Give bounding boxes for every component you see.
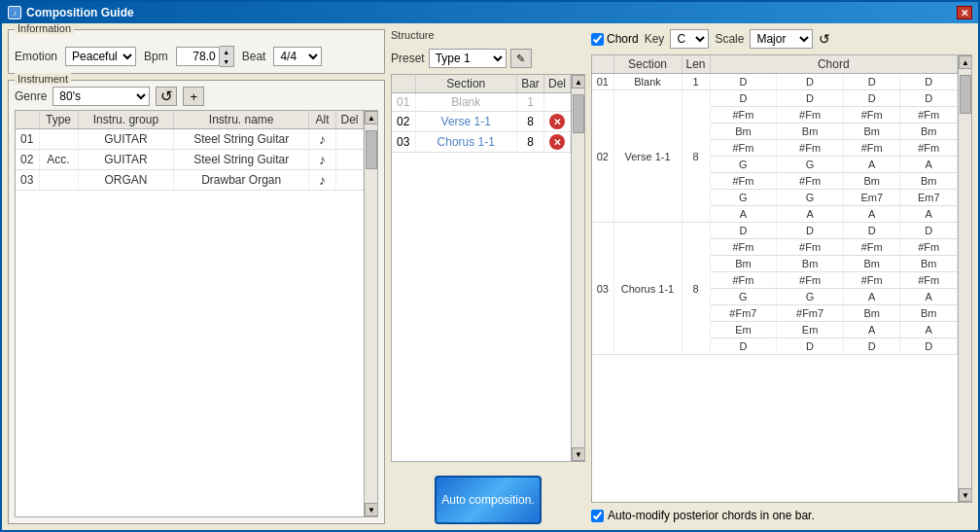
chord-val: G <box>777 190 844 206</box>
structure-row: 03 Chorus 1-1 8 ✕ <box>392 132 571 153</box>
row-del-btn[interactable]: ✕ <box>543 132 570 153</box>
structure-row: 02 Verse 1-1 8 ✕ <box>392 112 571 132</box>
chord-val: D <box>777 74 844 90</box>
chord-val: Bm <box>777 124 844 140</box>
chord-label: Chord <box>607 32 639 46</box>
bpm-down-button[interactable]: ▼ <box>220 56 233 66</box>
row-alt[interactable]: ♪ <box>309 150 336 170</box>
chord-val: #Fm <box>710 272 777 289</box>
row-type: Acc. <box>39 150 78 170</box>
auto-modify-label: Auto-modify posterior chords in one bar. <box>608 509 815 522</box>
chord-val: D <box>900 223 958 239</box>
chord-val: Em <box>710 322 777 338</box>
scale-select[interactable]: Major <box>750 29 813 49</box>
chord-col-chord: Chord <box>710 55 957 74</box>
key-select[interactable]: C <box>670 29 709 49</box>
main-window: ♪ Composition Guide ✕ Information Emotio… <box>0 0 980 532</box>
row-section: Verse 1-1 <box>415 112 516 132</box>
chord-scrollbar[interactable]: ▲ ▼ <box>958 55 971 502</box>
chord-val: D <box>843 223 900 239</box>
structure-table: Section Bar Del 01 Blank 1 <box>392 75 571 153</box>
chord-val: #Fm <box>900 272 958 289</box>
chord-row: 02 Verse 1-1 8 D D D D <box>592 90 958 107</box>
chord-val: Bm <box>900 305 958 322</box>
chord-val: #Fm <box>710 173 777 190</box>
row-group: ORGAN <box>78 170 174 191</box>
close-button[interactable]: ✕ <box>957 6 972 19</box>
instrument-scrollbar[interactable]: ▲ ▼ <box>364 111 377 516</box>
info-row: Emotion Peaceful Bpm ▲ ▼ Beat 4/4 <box>15 46 378 67</box>
row-bar: 8 <box>516 112 543 132</box>
chord-checkbox-label[interactable]: Chord <box>591 32 639 46</box>
row-bar: 8 <box>516 132 543 153</box>
str-col-num <box>392 75 415 93</box>
chord-len: 1 <box>682 74 710 90</box>
genre-label: Genre <box>15 89 47 103</box>
row-del-btn[interactable]: ✕ <box>543 112 570 132</box>
chord-scroll-down-button[interactable]: ▼ <box>959 488 972 502</box>
row-num: 01 <box>16 129 39 150</box>
chord-val: Bm <box>843 173 900 190</box>
col-name: Instru. name <box>174 111 309 129</box>
chord-val: #Fm <box>777 173 844 190</box>
row-alt[interactable]: ♪ <box>309 129 336 150</box>
row-del <box>336 170 364 191</box>
bpm-up-button[interactable]: ▲ <box>220 47 233 56</box>
chord-val: D <box>710 74 777 90</box>
auto-btn-container: Auto composition. <box>391 476 585 524</box>
genre-select[interactable]: 80's <box>52 87 150 106</box>
preset-select[interactable]: Type 1 <box>429 49 507 68</box>
scroll-down-button[interactable]: ▼ <box>365 503 378 516</box>
chord-val: #Fm <box>777 107 844 124</box>
emotion-select[interactable]: Peaceful <box>65 47 136 66</box>
music-note-icon: ♪ <box>319 131 326 147</box>
auto-modify-checkbox[interactable] <box>591 510 604 522</box>
row-del <box>543 93 570 112</box>
chord-val: Em7 <box>843 190 900 206</box>
chord-col-section: Section <box>613 55 682 74</box>
instrument-row: 02 Acc. GUITAR Steel String Guitar ♪ <box>16 150 364 170</box>
information-section: Information Emotion Peaceful Bpm ▲ ▼ B <box>8 29 385 74</box>
chord-scroll-thumb[interactable] <box>960 75 971 114</box>
chord-checkbox[interactable] <box>591 33 604 46</box>
beat-select[interactable]: 4/4 <box>273 47 322 66</box>
instrument-section: Instrument Genre 80's ↺ + Type <box>8 80 385 524</box>
genre-refresh-button[interactable]: ↺ <box>156 87 177 106</box>
chord-val: A <box>843 289 900 305</box>
str-col-section: Section <box>415 75 516 93</box>
row-alt[interactable]: ♪ <box>309 170 336 191</box>
row-del <box>336 150 364 170</box>
chord-scroll-up-button[interactable]: ▲ <box>959 55 972 69</box>
chord-val: D <box>900 90 958 107</box>
row-instname: Steel String Guitar <box>174 129 309 150</box>
chord-val: D <box>843 90 900 107</box>
chord-val: G <box>777 289 844 305</box>
row-section: Blank <box>415 93 516 112</box>
row-num: 02 <box>392 112 415 132</box>
structure-scrollbar[interactable]: ▲ ▼ <box>571 75 584 461</box>
music-note-icon: ♪ <box>319 152 326 167</box>
chord-val: D <box>900 338 958 355</box>
edit-button[interactable]: ✎ <box>510 49 532 68</box>
chord-val: D <box>777 338 844 355</box>
main-content: Information Emotion Peaceful Bpm ▲ ▼ B <box>2 23 978 530</box>
scroll-up-button[interactable]: ▲ <box>365 111 378 124</box>
chord-val: G <box>710 289 777 305</box>
delete-icon[interactable]: ✕ <box>549 134 565 150</box>
scroll-thumb[interactable] <box>366 130 377 169</box>
chord-val: Em7 <box>900 190 958 206</box>
preset-label: Preset <box>391 52 425 65</box>
chord-val: #Fm <box>900 140 958 157</box>
bpm-input[interactable] <box>176 47 220 66</box>
scroll-thumb[interactable] <box>573 94 584 133</box>
chord-val: #Fm7 <box>777 305 844 322</box>
chord-refresh-button[interactable]: ↺ <box>819 31 830 47</box>
add-instrument-button[interactable]: + <box>183 87 204 106</box>
chord-row: 03 Chorus 1-1 8 D D D D <box>592 223 958 239</box>
instrument-table: Type Instru. group Instru. name Alt Del … <box>16 111 364 191</box>
auto-composition-button[interactable]: Auto composition. <box>435 476 542 524</box>
delete-icon[interactable]: ✕ <box>549 114 565 129</box>
scroll-down-button[interactable]: ▼ <box>572 447 585 461</box>
emotion-label: Emotion <box>15 50 57 63</box>
scroll-up-button[interactable]: ▲ <box>572 75 585 89</box>
